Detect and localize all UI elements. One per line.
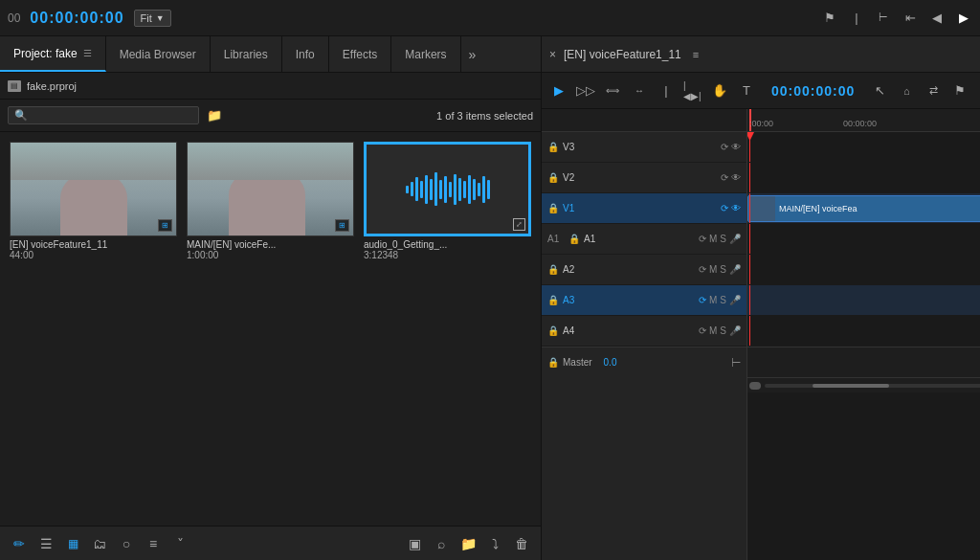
scrubber[interactable] bbox=[749, 163, 750, 192]
new-bin-icon[interactable]: 📁 bbox=[207, 108, 222, 123]
mute-a2-icon[interactable]: M bbox=[709, 264, 717, 275]
lock-v2-icon[interactable]: 🔒 bbox=[547, 172, 559, 183]
circle-icon[interactable]: ○ bbox=[117, 534, 136, 553]
master-value: 0.0 bbox=[604, 357, 617, 368]
timeline-clip[interactable]: MAIN/[EN] voiceFea bbox=[747, 195, 980, 222]
razor-icon[interactable]: | bbox=[657, 81, 676, 101]
mic-a3-icon[interactable]: 🎤 bbox=[729, 295, 741, 305]
tab-markers[interactable]: Markers bbox=[391, 36, 460, 72]
media-item[interactable]: ⊞ [EN] voiceFeature1_11 44:00 bbox=[10, 142, 177, 260]
rate-icon[interactable]: ↔ bbox=[630, 81, 649, 101]
master-end-icon[interactable]: ⊢ bbox=[731, 356, 741, 370]
tl-track-v3 bbox=[747, 132, 980, 163]
lock-v1-icon[interactable]: 🔒 bbox=[547, 203, 559, 213]
marker-icon[interactable]: | bbox=[848, 10, 865, 27]
audio-thumb bbox=[366, 144, 529, 235]
lock-a3-icon[interactable]: 🔒 bbox=[547, 295, 559, 305]
slip-icon[interactable]: |◀▶| bbox=[683, 81, 702, 101]
sequence-close-icon[interactable]: × bbox=[549, 48, 556, 61]
clip-label: MAIN/[EN] voiceFea bbox=[775, 204, 861, 213]
mute-a3-icon[interactable]: M bbox=[709, 295, 717, 305]
mic-a1-icon[interactable]: 🎤 bbox=[729, 234, 741, 244]
solo-a4-icon[interactable]: S bbox=[720, 325, 726, 336]
solo-a2-icon[interactable]: S bbox=[720, 264, 726, 275]
lock-v3-icon[interactable]: 🔒 bbox=[547, 142, 559, 152]
tab-libraries[interactable]: Libraries bbox=[211, 36, 282, 72]
tab-effects[interactable]: Effects bbox=[329, 36, 391, 72]
scrubber[interactable] bbox=[749, 224, 750, 254]
rewind-icon[interactable]: ◀ bbox=[928, 10, 946, 27]
counter-label: 00 bbox=[8, 11, 20, 25]
fit-dropdown[interactable]: Fit ▼ bbox=[134, 10, 171, 27]
lock-a2-icon[interactable]: 🔒 bbox=[547, 264, 559, 275]
tl-scrollbar[interactable] bbox=[747, 377, 980, 392]
text-tool-icon[interactable]: T bbox=[737, 81, 756, 101]
timecode-display: 00:00:00:00 bbox=[30, 10, 123, 27]
ripple-icon[interactable]: ⟺ bbox=[603, 81, 622, 101]
pencil-icon[interactable]: ✏ bbox=[10, 534, 29, 553]
media-item[interactable]: ⤢ audio_0_Getting_... 3:12348 bbox=[364, 142, 531, 260]
selection-tool-icon[interactable]: ▶ bbox=[549, 81, 568, 101]
waveform bbox=[406, 170, 490, 209]
list-view-icon[interactable]: ☰ bbox=[36, 534, 56, 553]
track-name-a3: A3 bbox=[563, 295, 586, 305]
play-icon[interactable]: ▶ bbox=[955, 10, 972, 27]
hand-icon[interactable]: ✋ bbox=[710, 81, 729, 101]
sync-a2-icon[interactable]: ⟳ bbox=[699, 264, 706, 275]
lasso-icon[interactable]: ⌂ bbox=[897, 81, 916, 101]
track-select-icon[interactable]: ▷▷ bbox=[576, 81, 595, 101]
media-item[interactable]: ⊞ MAIN/[EN] voiceFe... 1:00:00 bbox=[187, 142, 354, 260]
sync-a1-icon[interactable]: ⟳ bbox=[699, 234, 706, 244]
solo-a3-icon[interactable]: S bbox=[720, 295, 726, 305]
sync-a3-icon[interactable]: ⟳ bbox=[699, 295, 706, 305]
tab-more[interactable]: » bbox=[461, 36, 484, 72]
mic-a2-icon[interactable]: 🎤 bbox=[729, 264, 741, 275]
flag2-icon[interactable]: ⚑ bbox=[950, 81, 969, 101]
marker2-icon[interactable]: ⊢ bbox=[875, 10, 892, 27]
delete-icon[interactable]: 🗑 bbox=[512, 534, 531, 553]
track-icons-a2: ⟳ M S 🎤 bbox=[699, 264, 741, 275]
tl-track-a1 bbox=[747, 224, 980, 255]
ruler-mark-2: 00:00:00 bbox=[843, 119, 877, 128]
list2-icon[interactable]: ≡ bbox=[144, 534, 163, 553]
eye-v1-icon[interactable]: 👁 bbox=[731, 203, 741, 213]
mute-a1-icon[interactable]: M bbox=[709, 234, 717, 244]
eye-v2-icon[interactable]: 👁 bbox=[731, 172, 741, 183]
tab-menu-icon[interactable]: ☰ bbox=[83, 48, 92, 58]
bottom-toolbar: ✏ ☰ ▦ 🗂 ○ ≡ ˅ ▣ ⌕ 📁 ⤵ 🗑 bbox=[0, 526, 541, 560]
sync-v3-icon[interactable]: ⟳ bbox=[721, 142, 728, 152]
scrubber[interactable] bbox=[749, 316, 750, 346]
slide-icon[interactable]: ⇄ bbox=[924, 81, 943, 101]
mic-a4-icon[interactable]: 🎤 bbox=[729, 325, 741, 336]
sync-v1-icon[interactable]: ⟳ bbox=[721, 203, 728, 213]
lock-a4-icon[interactable]: 🔒 bbox=[547, 325, 559, 336]
track-icons-a1: ⟳ M S 🎤 bbox=[699, 234, 741, 244]
search-input[interactable] bbox=[32, 110, 192, 122]
tab-project[interactable]: Project: fake ☰ bbox=[0, 36, 106, 72]
scrubber[interactable] bbox=[749, 255, 750, 284]
chevron-down-icon[interactable]: ˅ bbox=[170, 534, 189, 553]
lock-a1-icon[interactable]: 🔒 bbox=[568, 234, 580, 244]
scrubber[interactable] bbox=[749, 132, 750, 162]
sync-v2-icon[interactable]: ⟳ bbox=[721, 172, 728, 183]
project-name: fake.prproj bbox=[27, 80, 77, 92]
export-icon[interactable]: ⤵ bbox=[485, 534, 504, 553]
go-in-icon[interactable]: ⇤ bbox=[902, 10, 919, 27]
cursor-icon[interactable]: ↖ bbox=[870, 81, 889, 101]
sequence-menu-icon[interactable]: ≡ bbox=[693, 49, 699, 60]
mute-a4-icon[interactable]: M bbox=[709, 325, 717, 336]
scrubber[interactable] bbox=[749, 193, 750, 223]
lock-master-icon[interactable]: 🔒 bbox=[547, 357, 559, 368]
sort-icon[interactable]: ▣ bbox=[405, 534, 424, 553]
tab-media-browser[interactable]: Media Browser bbox=[106, 36, 211, 72]
sync-a4-icon[interactable]: ⟳ bbox=[699, 325, 706, 336]
folder-icon[interactable]: 📁 bbox=[458, 534, 478, 553]
solo-a1-icon[interactable]: S bbox=[720, 234, 726, 244]
search2-icon[interactable]: ⌕ bbox=[432, 534, 451, 553]
scrubber[interactable] bbox=[749, 285, 750, 315]
bin-icon[interactable]: 🗂 bbox=[90, 534, 109, 553]
tab-info[interactable]: Info bbox=[282, 36, 329, 72]
flag-icon[interactable]: ⚑ bbox=[821, 10, 838, 27]
grid-view-icon[interactable]: ▦ bbox=[63, 534, 82, 553]
eye-v3-icon[interactable]: 👁 bbox=[731, 142, 741, 152]
